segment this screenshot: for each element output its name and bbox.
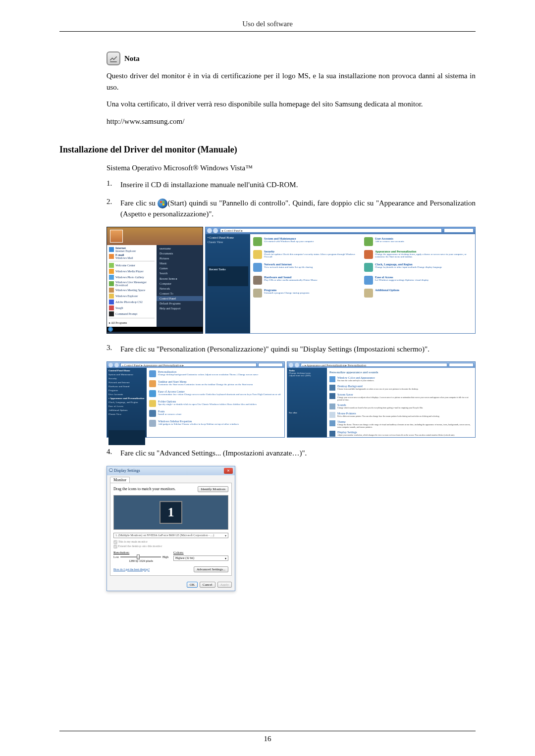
- pers-search-box[interactable]: [449, 363, 474, 367]
- pers-address-bar[interactable]: « ▸ Appearance and Personalization ▸ Per…: [301, 363, 447, 367]
- startmenu-recent[interactable]: Recent Items ▸: [157, 276, 203, 281]
- ap-row-fonts[interactable]: FontsInstall or remove a font: [149, 410, 282, 417]
- startmenu-computer[interactable]: Computer: [157, 281, 203, 286]
- cp-cat-programs[interactable]: ProgramsUninstall a program Change start…: [253, 289, 361, 298]
- ds-checkbox-main[interactable]: This is my main monitor: [113, 540, 228, 544]
- pers-item-display[interactable]: Display SettingsAdjust your monitor reso…: [329, 431, 473, 437]
- cp-cat-security[interactable]: SecurityCheck for updates Check this com…: [253, 250, 361, 259]
- desktop-bg-icon: [329, 385, 335, 391]
- startmenu-meeting[interactable]: Windows Meeting Space: [107, 287, 157, 293]
- nav-back-icon[interactable]: [108, 363, 113, 367]
- nav-forward-icon[interactable]: [213, 228, 218, 233]
- sidebar-icon: [149, 420, 156, 427]
- slider-thumb[interactable]: [137, 554, 140, 559]
- figure-display-settings: 🖵 Display Settings ✕ Monitor Drag the ic…: [107, 466, 476, 591]
- ok-button[interactable]: OK: [187, 582, 198, 588]
- cp-cat-system[interactable]: System and MaintenanceGet started with W…: [253, 237, 361, 246]
- startmenu-music[interactable]: Music: [157, 261, 203, 266]
- startmenu-help[interactable]: Help and Support: [157, 306, 203, 311]
- startmenu-internet[interactable]: InternetInternet Explorer: [107, 246, 157, 253]
- ap-side-additional[interactable]: Additional Options: [108, 409, 145, 411]
- ds-colors-select[interactable]: Highest (32 bit)▾: [173, 555, 228, 561]
- cp-address-bar[interactable]: ▸ Control Panel ▸: [220, 228, 442, 233]
- ds-slider-high: High: [162, 555, 168, 558]
- ds-resolution-slider[interactable]: Low High: [113, 555, 168, 558]
- apply-button[interactable]: Apply: [217, 582, 232, 588]
- startmenu-games[interactable]: Games: [157, 266, 203, 271]
- advanced-settings-button[interactable]: Advanced Settings...: [194, 566, 228, 572]
- pers-side-adjust-font[interactable]: Adjust font size (DPI): [289, 374, 325, 377]
- ap-side-system[interactable]: System and Maintenance: [108, 373, 145, 376]
- startmenu-connect[interactable]: Connect To: [157, 291, 203, 296]
- pers-item-mouse[interactable]: Mouse PointersPick a different mouse poi…: [329, 412, 473, 418]
- nav-forward-icon[interactable]: [114, 363, 119, 367]
- startmenu-gallery[interactable]: Windows Photo Gallery: [107, 274, 157, 280]
- startmenu-allprograms[interactable]: ▸ All Programs: [107, 319, 157, 326]
- ap-side-user[interactable]: User Accounts: [108, 393, 145, 396]
- ds-checkbox-extend[interactable]: Extend the desktop onto this monitor: [113, 545, 228, 549]
- ds-monitor-1[interactable]: 1: [160, 501, 182, 524]
- startmenu-welcome[interactable]: Welcome Center: [107, 262, 157, 268]
- startmenu-pictures[interactable]: Pictures: [157, 256, 203, 261]
- startmenu-controlpanel[interactable]: Control Panel: [157, 296, 203, 301]
- ap-side-programs[interactable]: Programs: [108, 389, 145, 392]
- ap-side-home[interactable]: Control Panel Home: [108, 369, 145, 372]
- nav-back-icon[interactable]: [207, 228, 212, 233]
- ds-tab-monitor[interactable]: Monitor: [110, 477, 130, 483]
- pers-item-wca[interactable]: Window Color and AppearanceFine tune the…: [329, 376, 473, 382]
- pers-item-theme[interactable]: ThemeChange the theme. Themes can change…: [329, 420, 473, 428]
- ap-row-sidebar[interactable]: Windows Sidebar PropertiesAdd gadgets to…: [149, 420, 282, 427]
- startmenu-documents[interactable]: Documents: [157, 251, 203, 256]
- start-orb-icon[interactable]: [108, 327, 113, 332]
- ap-side-security[interactable]: Security: [108, 377, 145, 380]
- ap-side-appearance[interactable]: • Appearance and Personalization: [108, 397, 145, 400]
- note-label: Nota: [124, 54, 140, 63]
- close-button[interactable]: ✕: [224, 468, 233, 474]
- nav-forward-icon[interactable]: [295, 363, 299, 367]
- cp-search-box[interactable]: [444, 228, 474, 233]
- pers-item-ss[interactable]: Screen SaverChange your screen saver or …: [329, 393, 473, 401]
- ap-row-taskbar[interactable]: Taskbar and Start MenuCustomize the Star…: [149, 380, 282, 387]
- startmenu-wmp[interactable]: Windows Media Player: [107, 268, 157, 274]
- ap-side-hardware[interactable]: Hardware and Sound: [108, 385, 145, 388]
- ap-side-clock[interactable]: Clock, Language, and Region: [108, 401, 145, 403]
- startmenu-username[interactable]: username: [157, 246, 203, 251]
- ap-address-bar[interactable]: « Control Panel ▸ Appearance and Persona…: [120, 363, 257, 367]
- startmenu-photoshop[interactable]: Adobe Photoshop CS2: [107, 299, 157, 305]
- startmenu-cmd[interactable]: Command Prompt: [107, 311, 157, 317]
- cp-sidebar-home[interactable]: • Control Panel Home: [208, 236, 248, 239]
- nav-back-icon[interactable]: [289, 363, 293, 367]
- ds-monitor-select[interactable]: 1. (Multiple Monitors) on NVIDIA GeForce…: [113, 533, 228, 538]
- cp-sidebar-classic[interactable]: Classic View: [208, 241, 248, 244]
- identify-monitors-button[interactable]: Identify Monitors: [198, 486, 228, 492]
- cp-cat-additional[interactable]: Additional Options: [364, 289, 472, 298]
- pers-item-db[interactable]: Desktop BackgroundChoose from available …: [329, 385, 473, 391]
- cp-cat-ease[interactable]: Ease of AccessLet Windows suggest settin…: [364, 276, 472, 285]
- ap-side-ease[interactable]: Ease of Access: [108, 405, 145, 407]
- cp-cat-appearance[interactable]: Appearance and PersonalizationChange the…: [364, 250, 472, 259]
- startmenu-explorer[interactable]: Windows Explorer: [107, 293, 157, 299]
- startmenu-search[interactable]: Search: [157, 271, 203, 276]
- cp-cat-network[interactable]: Network and InternetView network status …: [253, 263, 361, 272]
- ds-help-link[interactable]: How do I get the best display?: [113, 568, 150, 571]
- pers-item-sounds[interactable]: SoundsChange which sounds are heard when…: [329, 403, 473, 409]
- cancel-button[interactable]: Cancel: [200, 582, 215, 588]
- meeting-icon: [109, 288, 114, 293]
- step-2-number: 2.: [107, 198, 120, 220]
- startmenu-wlmd[interactable]: Windows Live Messenger Download: [107, 280, 157, 287]
- startmenu-network[interactable]: Network: [157, 286, 203, 291]
- startmenu-email[interactable]: E-mailWindows Mail: [107, 253, 157, 260]
- ap-row-personalization[interactable]: PersonalizationChange desktop background…: [149, 370, 282, 377]
- cp-cat-clock[interactable]: Clock, Language, and RegionChange keyboa…: [364, 263, 472, 272]
- ap-row-ease[interactable]: Ease of Access CenterAccommodate low vis…: [149, 390, 282, 397]
- cp-cat-user[interactable]: User AccountsAdd or remove user accounts: [364, 237, 472, 246]
- ap-side-network[interactable]: Network and Internet: [108, 381, 145, 384]
- cp-cat-hardware[interactable]: Hardware and SoundPlay CDs or other medi…: [253, 276, 361, 285]
- ap-side-classic[interactable]: Classic View: [108, 413, 145, 415]
- startmenu-snagit[interactable]: SnagIt: [107, 305, 157, 311]
- ds-monitor-preview[interactable]: 1: [113, 495, 228, 530]
- startmenu-defaults[interactable]: Default Programs: [157, 301, 203, 306]
- page-number: 16: [0, 735, 535, 743]
- ap-search-box[interactable]: [258, 363, 283, 367]
- ap-row-folder[interactable]: Folder OptionsSpecify single- or double-…: [149, 400, 282, 407]
